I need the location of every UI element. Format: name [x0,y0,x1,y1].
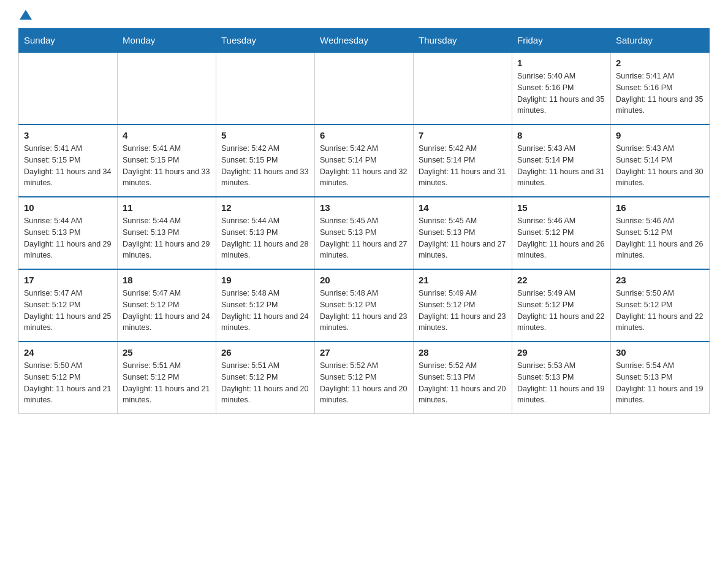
calendar-week-row: 1Sunrise: 5:40 AMSunset: 5:16 PMDaylight… [19,52,710,124]
day-number: 17 [24,275,112,285]
calendar-cell: 2Sunrise: 5:41 AMSunset: 5:16 PMDaylight… [611,52,710,124]
calendar-cell: 19Sunrise: 5:48 AMSunset: 5:12 PMDayligh… [216,269,315,342]
day-number: 1 [517,58,605,68]
calendar-cell: 11Sunrise: 5:44 AMSunset: 5:13 PMDayligh… [118,197,216,269]
calendar-cell [216,52,315,124]
day-number: 5 [221,130,309,140]
calendar-cell: 28Sunrise: 5:52 AMSunset: 5:13 PMDayligh… [414,342,512,414]
day-info: Sunrise: 5:47 AMSunset: 5:12 PMDaylight:… [123,288,211,334]
day-number: 23 [616,275,704,285]
day-number: 18 [123,275,211,285]
day-info: Sunrise: 5:40 AMSunset: 5:16 PMDaylight:… [517,71,605,117]
day-number: 26 [221,347,309,358]
day-info: Sunrise: 5:51 AMSunset: 5:12 PMDaylight:… [123,360,211,406]
day-info: Sunrise: 5:54 AMSunset: 5:13 PMDaylight:… [616,360,704,406]
weekday-header-tuesday: Tuesday [216,29,315,53]
calendar-cell: 13Sunrise: 5:45 AMSunset: 5:13 PMDayligh… [315,197,414,269]
calendar-cell: 9Sunrise: 5:43 AMSunset: 5:14 PMDaylight… [611,124,710,197]
calendar-cell [19,52,118,124]
day-number: 4 [123,130,211,140]
weekday-header-monday: Monday [118,29,216,53]
day-number: 7 [419,130,507,140]
page-header [18,12,710,22]
day-number: 16 [616,202,704,213]
day-number: 13 [320,202,408,213]
calendar-cell: 4Sunrise: 5:41 AMSunset: 5:15 PMDaylight… [118,124,216,197]
logo-triangle-icon [20,10,32,20]
calendar-week-row: 3Sunrise: 5:41 AMSunset: 5:15 PMDaylight… [19,124,710,197]
calendar-week-row: 24Sunrise: 5:50 AMSunset: 5:12 PMDayligh… [19,342,710,414]
calendar-cell: 12Sunrise: 5:44 AMSunset: 5:13 PMDayligh… [216,197,315,269]
calendar-cell: 25Sunrise: 5:51 AMSunset: 5:12 PMDayligh… [118,342,216,414]
day-info: Sunrise: 5:46 AMSunset: 5:12 PMDaylight:… [517,215,605,261]
calendar-cell: 1Sunrise: 5:40 AMSunset: 5:16 PMDaylight… [512,52,611,124]
calendar-cell: 17Sunrise: 5:47 AMSunset: 5:12 PMDayligh… [19,269,118,342]
day-info: Sunrise: 5:42 AMSunset: 5:14 PMDaylight:… [419,143,507,189]
day-info: Sunrise: 5:45 AMSunset: 5:13 PMDaylight:… [419,215,507,261]
day-info: Sunrise: 5:52 AMSunset: 5:12 PMDaylight:… [320,360,408,406]
calendar-cell: 20Sunrise: 5:48 AMSunset: 5:12 PMDayligh… [315,269,414,342]
day-number: 2 [616,58,704,68]
day-info: Sunrise: 5:41 AMSunset: 5:16 PMDaylight:… [616,71,704,117]
calendar-header-row: SundayMondayTuesdayWednesdayThursdayFrid… [19,29,710,53]
day-number: 22 [517,275,605,285]
calendar-cell: 10Sunrise: 5:44 AMSunset: 5:13 PMDayligh… [19,197,118,269]
day-number: 14 [419,202,507,213]
day-info: Sunrise: 5:50 AMSunset: 5:12 PMDaylight:… [616,288,704,334]
calendar-week-row: 17Sunrise: 5:47 AMSunset: 5:12 PMDayligh… [19,269,710,342]
weekday-header-sunday: Sunday [19,29,118,53]
calendar-cell: 21Sunrise: 5:49 AMSunset: 5:12 PMDayligh… [414,269,512,342]
day-info: Sunrise: 5:48 AMSunset: 5:12 PMDaylight:… [221,288,309,334]
day-number: 25 [123,347,211,358]
day-number: 6 [320,130,408,140]
calendar-table: SundayMondayTuesdayWednesdayThursdayFrid… [18,28,710,414]
calendar-cell: 30Sunrise: 5:54 AMSunset: 5:13 PMDayligh… [611,342,710,414]
calendar-cell: 6Sunrise: 5:42 AMSunset: 5:14 PMDaylight… [315,124,414,197]
calendar-week-row: 10Sunrise: 5:44 AMSunset: 5:13 PMDayligh… [19,197,710,269]
day-number: 9 [616,130,704,140]
day-info: Sunrise: 5:48 AMSunset: 5:12 PMDaylight:… [320,288,408,334]
day-info: Sunrise: 5:51 AMSunset: 5:12 PMDaylight:… [221,360,309,406]
day-info: Sunrise: 5:43 AMSunset: 5:14 PMDaylight:… [517,143,605,189]
day-info: Sunrise: 5:41 AMSunset: 5:15 PMDaylight:… [123,143,211,189]
day-number: 10 [24,202,112,213]
weekday-header-thursday: Thursday [414,29,512,53]
calendar-cell: 22Sunrise: 5:49 AMSunset: 5:12 PMDayligh… [512,269,611,342]
weekday-header-friday: Friday [512,29,611,53]
calendar-cell: 23Sunrise: 5:50 AMSunset: 5:12 PMDayligh… [611,269,710,342]
day-number: 30 [616,347,704,358]
day-number: 24 [24,347,112,358]
day-info: Sunrise: 5:44 AMSunset: 5:13 PMDaylight:… [123,215,211,261]
day-info: Sunrise: 5:43 AMSunset: 5:14 PMDaylight:… [616,143,704,189]
weekday-header-saturday: Saturday [611,29,710,53]
day-number: 20 [320,275,408,285]
calendar-cell: 14Sunrise: 5:45 AMSunset: 5:13 PMDayligh… [414,197,512,269]
day-number: 12 [221,202,309,213]
day-number: 29 [517,347,605,358]
day-number: 3 [24,130,112,140]
calendar-cell [414,52,512,124]
calendar-cell: 5Sunrise: 5:42 AMSunset: 5:15 PMDaylight… [216,124,315,197]
day-info: Sunrise: 5:46 AMSunset: 5:12 PMDaylight:… [616,215,704,261]
day-info: Sunrise: 5:44 AMSunset: 5:13 PMDaylight:… [221,215,309,261]
day-info: Sunrise: 5:42 AMSunset: 5:14 PMDaylight:… [320,143,408,189]
calendar-cell [315,52,414,124]
day-info: Sunrise: 5:45 AMSunset: 5:13 PMDaylight:… [320,215,408,261]
day-number: 19 [221,275,309,285]
logo [18,12,32,22]
day-number: 11 [123,202,211,213]
day-number: 21 [419,275,507,285]
calendar-cell: 8Sunrise: 5:43 AMSunset: 5:14 PMDaylight… [512,124,611,197]
day-info: Sunrise: 5:49 AMSunset: 5:12 PMDaylight:… [419,288,507,334]
day-number: 15 [517,202,605,213]
calendar-cell: 24Sunrise: 5:50 AMSunset: 5:12 PMDayligh… [19,342,118,414]
day-info: Sunrise: 5:49 AMSunset: 5:12 PMDaylight:… [517,288,605,334]
calendar-cell: 16Sunrise: 5:46 AMSunset: 5:12 PMDayligh… [611,197,710,269]
day-info: Sunrise: 5:53 AMSunset: 5:13 PMDaylight:… [517,360,605,406]
calendar-cell: 26Sunrise: 5:51 AMSunset: 5:12 PMDayligh… [216,342,315,414]
calendar-cell: 7Sunrise: 5:42 AMSunset: 5:14 PMDaylight… [414,124,512,197]
calendar-cell [118,52,216,124]
day-info: Sunrise: 5:44 AMSunset: 5:13 PMDaylight:… [24,215,112,261]
day-info: Sunrise: 5:52 AMSunset: 5:13 PMDaylight:… [419,360,507,406]
day-number: 28 [419,347,507,358]
